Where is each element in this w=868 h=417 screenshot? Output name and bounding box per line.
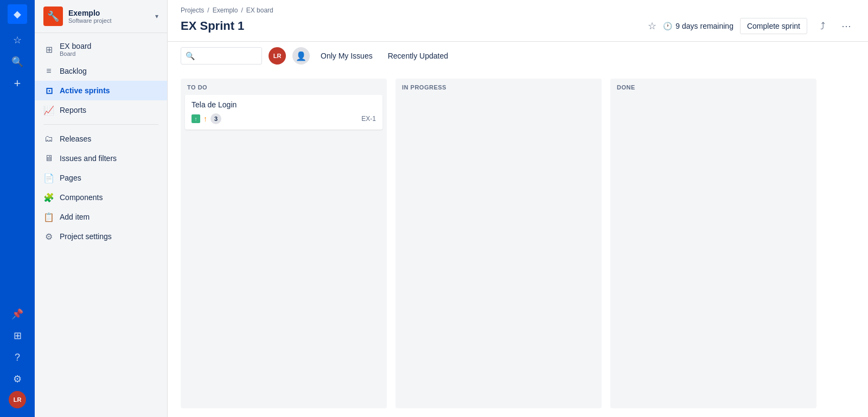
sidebar-item-add-item-label: Add item bbox=[60, 213, 90, 221]
sidebar-nav: ⊞ EX board Board ≡ Backlog ⊡ Active spri… bbox=[35, 33, 167, 251]
priority-icon: ↑ bbox=[203, 114, 207, 123]
sidebar-item-add-item[interactable]: 📋 Add item bbox=[35, 207, 167, 227]
sidebar-item-issues-filters-label: Issues and filters bbox=[60, 154, 117, 163]
breadcrumb-projects[interactable]: Projects bbox=[181, 7, 204, 14]
project-header[interactable]: 🔧 Exemplo Software project ▾ bbox=[35, 0, 167, 33]
global-nav: ◆ ☆ 🔍 + 📌 ⊞ ? ⚙ LR bbox=[0, 0, 35, 417]
global-nav-grid[interactable]: ⊞ bbox=[8, 326, 27, 345]
sidebar-item-components[interactable]: 🧩 Components bbox=[35, 188, 167, 207]
avatar-lr[interactable]: LR bbox=[269, 47, 286, 65]
sidebar-item-releases-label: Releases bbox=[60, 134, 91, 143]
star-nav-icon: ☆ bbox=[13, 34, 22, 46]
project-settings-icon: ⚙ bbox=[43, 231, 54, 242]
header-actions: ☆ 🕐 9 days remaining Complete sprint ⤴ ⋯ bbox=[648, 17, 855, 35]
avatar-gray[interactable]: 👤 bbox=[292, 47, 310, 65]
board: TO DO Tela de Login ↑ ↑ 3 EX-1 IN PROGRE… bbox=[168, 70, 868, 417]
search-box[interactable]: 🔍 bbox=[181, 47, 262, 65]
star-button[interactable]: ☆ bbox=[648, 20, 656, 32]
complete-sprint-button[interactable]: Complete sprint bbox=[740, 18, 807, 34]
breadcrumb: Projects / Exemplo / EX board bbox=[181, 7, 855, 14]
diamond-icon: ◆ bbox=[14, 8, 21, 20]
components-icon: 🧩 bbox=[43, 192, 54, 203]
add-item-icon: 📋 bbox=[43, 211, 54, 222]
more-button[interactable]: ⋯ bbox=[838, 17, 855, 35]
toolbar: 🔍 LR 👤 Only My Issues Recently Updated bbox=[168, 42, 868, 70]
sidebar-item-exboard-sub: Board bbox=[60, 50, 91, 57]
global-nav-avatar[interactable]: LR bbox=[9, 391, 26, 408]
search-nav-icon: 🔍 bbox=[11, 56, 23, 68]
share-icon: ⤴ bbox=[820, 21, 825, 32]
done-column: DONE bbox=[610, 79, 816, 408]
breadcrumb-exemplo[interactable]: Exemplo bbox=[213, 7, 238, 14]
sidebar-item-pages-label: Pages bbox=[60, 174, 81, 182]
inprogress-column-header: IN PROGRESS bbox=[395, 79, 602, 95]
content-header: Projects / Exemplo / EX board EX Sprint … bbox=[168, 0, 868, 42]
sidebar-divider bbox=[43, 124, 158, 125]
tag-icon: ↑ bbox=[192, 114, 200, 123]
sidebar-item-reports[interactable]: 📈 Reports bbox=[35, 100, 167, 120]
card-footer: ↑ ↑ 3 EX-1 bbox=[192, 113, 376, 124]
global-nav-home[interactable]: ◆ bbox=[8, 4, 27, 24]
card-id: EX-1 bbox=[361, 115, 376, 123]
breadcrumb-board[interactable]: EX board bbox=[246, 7, 273, 14]
days-remaining: 9 days remaining bbox=[675, 22, 733, 30]
pages-icon: 📄 bbox=[43, 172, 54, 183]
global-nav-pin[interactable]: 📌 bbox=[8, 304, 27, 324]
pin-nav-icon: 📌 bbox=[11, 308, 23, 320]
project-chevron-icon: ▾ bbox=[155, 12, 158, 20]
todo-column-header: TO DO bbox=[181, 79, 387, 95]
recently-updated-button[interactable]: Recently Updated bbox=[384, 49, 452, 62]
search-icon: 🔍 bbox=[186, 52, 195, 60]
done-column-title: DONE bbox=[617, 84, 635, 91]
project-sidebar: 🔧 Exemplo Software project ▾ ⊞ EX board … bbox=[35, 0, 168, 417]
global-nav-settings[interactable]: ⚙ bbox=[8, 369, 27, 389]
sidebar-item-backlog[interactable]: ≡ Backlog bbox=[35, 61, 167, 81]
inprogress-column: IN PROGRESS bbox=[395, 79, 602, 408]
more-icon: ⋯ bbox=[841, 20, 851, 32]
share-button[interactable]: ⤴ bbox=[814, 17, 831, 35]
sidebar-item-backlog-label: Backlog bbox=[60, 67, 87, 75]
done-column-body bbox=[610, 95, 816, 408]
help-nav-icon: ? bbox=[15, 352, 20, 363]
sidebar-item-issues-filters[interactable]: 🖥 Issues and filters bbox=[35, 149, 167, 168]
backlog-icon: ≡ bbox=[43, 66, 54, 76]
todo-column: TO DO Tela de Login ↑ ↑ 3 EX-1 bbox=[181, 79, 387, 408]
sidebar-item-project-settings[interactable]: ⚙ Project settings bbox=[35, 227, 167, 246]
sidebar-item-exboard[interactable]: ⊞ EX board Board bbox=[35, 37, 167, 61]
project-icon: 🔧 bbox=[43, 7, 63, 26]
page-title: EX Sprint 1 bbox=[181, 19, 648, 33]
project-type: Software project bbox=[68, 17, 155, 24]
sidebar-item-project-settings-label: Project settings bbox=[60, 232, 112, 241]
timer-info: 🕐 9 days remaining bbox=[663, 22, 733, 30]
done-column-header: DONE bbox=[610, 79, 816, 95]
person-icon: 👤 bbox=[296, 51, 307, 61]
plus-nav-icon: + bbox=[14, 76, 21, 91]
project-info: Exemplo Software project bbox=[68, 9, 155, 24]
settings-nav-icon: ⚙ bbox=[13, 373, 22, 385]
card-ex1[interactable]: Tela de Login ↑ ↑ 3 EX-1 bbox=[185, 95, 382, 130]
active-sprints-icon: ⊡ bbox=[43, 85, 54, 96]
global-nav-starred[interactable]: ☆ bbox=[8, 30, 27, 50]
issues-icon: 🖥 bbox=[43, 153, 54, 164]
search-input[interactable] bbox=[195, 52, 257, 60]
global-nav-create[interactable]: + bbox=[8, 74, 27, 93]
breadcrumb-sep2: / bbox=[241, 7, 242, 14]
card-title: Tela de Login bbox=[192, 100, 376, 109]
sidebar-item-active-sprints[interactable]: ⊡ Active sprints bbox=[35, 81, 167, 100]
todo-column-body: Tela de Login ↑ ↑ 3 EX-1 bbox=[181, 95, 387, 408]
sidebar-item-active-sprints-label: Active sprints bbox=[60, 86, 110, 95]
sidebar-item-pages[interactable]: 📄 Pages bbox=[35, 168, 167, 188]
inprogress-column-body bbox=[395, 95, 602, 408]
only-my-issues-button[interactable]: Only My Issues bbox=[316, 49, 377, 62]
todo-column-title: TO DO bbox=[187, 84, 207, 91]
page-title-row: EX Sprint 1 ☆ 🕐 9 days remaining Complet… bbox=[181, 17, 855, 41]
reports-icon: 📈 bbox=[43, 105, 54, 116]
main-content: Projects / Exemplo / EX board EX Sprint … bbox=[168, 0, 868, 417]
project-name: Exemplo bbox=[68, 9, 155, 17]
timer-icon: 🕐 bbox=[663, 22, 672, 30]
breadcrumb-sep1: / bbox=[207, 7, 209, 14]
global-nav-help[interactable]: ? bbox=[8, 348, 27, 367]
board-icon: ⊞ bbox=[43, 44, 54, 55]
global-nav-search[interactable]: 🔍 bbox=[8, 52, 27, 72]
sidebar-item-releases[interactable]: 🗂 Releases bbox=[35, 129, 167, 149]
